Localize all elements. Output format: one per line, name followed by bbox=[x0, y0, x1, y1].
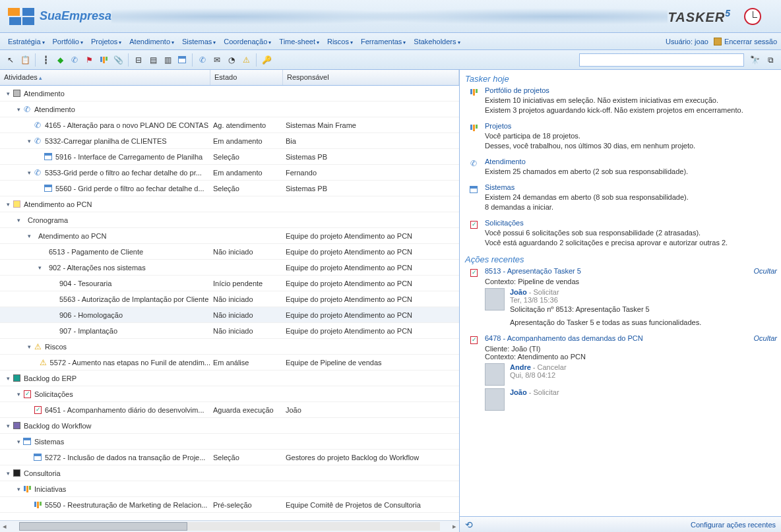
tree-row[interactable]: ▾Atendimento ao PCNEquipe do projeto Ate… bbox=[0, 228, 459, 244]
tree-icon[interactable]: ⊟ bbox=[132, 53, 145, 67]
expander-icon[interactable]: ▾ bbox=[4, 375, 12, 382]
tree-row[interactable]: ▾Atendimento ao PCN bbox=[0, 196, 459, 212]
calendar-icon[interactable] bbox=[175, 53, 189, 67]
tree-row[interactable]: 5550 - Reestruturação de Marketing de Re… bbox=[0, 497, 459, 513]
tree-row[interactable]: ▾Backlog do Workflow bbox=[0, 418, 459, 434]
tree-row[interactable]: ⚠5572 - Aumento nas etapas no Funil de a… bbox=[0, 355, 459, 370]
expander-icon[interactable]: ▾ bbox=[4, 90, 12, 97]
cursor-tool-icon[interactable]: ↖ bbox=[4, 53, 17, 67]
phone-icon[interactable]: ✆ bbox=[196, 53, 209, 67]
menu-projetos[interactable]: Projetos bbox=[87, 35, 125, 48]
expander-icon[interactable]: ▾ bbox=[15, 438, 22, 445]
tree-row[interactable]: ▾Solicitações bbox=[0, 386, 459, 402]
expander-icon[interactable]: ▾ bbox=[15, 391, 22, 398]
door-icon bbox=[714, 38, 722, 45]
col-responsible[interactable]: Responsável bbox=[283, 70, 459, 85]
tree-row[interactable]: ▾Iniciativas bbox=[0, 481, 459, 497]
expander-icon[interactable]: ▾ bbox=[36, 264, 44, 271]
tree-row[interactable]: 907 - ImplantaçãoNão iniciadoEquipe do p… bbox=[0, 323, 459, 339]
grid-body[interactable]: ▾Atendimento▾✆Atendimento✆4165 - Alteraç… bbox=[0, 86, 459, 520]
mail-icon[interactable]: ✉ bbox=[210, 53, 224, 67]
clip-icon[interactable]: 📎 bbox=[111, 53, 125, 67]
expander-icon[interactable]: ▾ bbox=[25, 343, 33, 350]
expander-icon[interactable]: ▾ bbox=[4, 470, 12, 477]
menu-riscos[interactable]: Riscos bbox=[323, 35, 357, 48]
expander-icon[interactable]: ▾ bbox=[4, 201, 12, 208]
tree-row[interactable]: 904 - TesourariaInício pendenteEquipe do… bbox=[0, 276, 459, 291]
dash-heading[interactable]: Portfólio de projetos bbox=[485, 86, 777, 94]
dash-text: Existem 25 chamados em aberto (2 sob sua… bbox=[485, 167, 777, 177]
tree-row[interactable]: ✆4165 - Alteração para o novo PLANO DE C… bbox=[0, 117, 459, 133]
entry-name[interactable]: João bbox=[510, 388, 527, 396]
tree-row[interactable]: ▾✆5332-Carregar planilha de CLIENTESEm a… bbox=[0, 133, 459, 149]
tree-row[interactable]: 5563 - Autorização de Implantação por Cl… bbox=[0, 291, 459, 307]
expander-icon[interactable]: ▾ bbox=[15, 106, 22, 113]
tree-row[interactable]: ▾Atendimento bbox=[0, 86, 459, 102]
tree-row[interactable]: ▾Backlog do ERP bbox=[0, 370, 459, 386]
hierarchy-icon[interactable]: ┇ bbox=[39, 53, 52, 67]
menu-coordenação[interactable]: Coordenação bbox=[220, 35, 275, 48]
dash-heading[interactable]: Projetos bbox=[485, 122, 777, 130]
expander-icon[interactable]: ▾ bbox=[15, 217, 22, 223]
tree-row[interactable]: 906 - HomologaçãoNão iniciadoEquipe do p… bbox=[0, 307, 459, 323]
warning-icon[interactable]: ⚠ bbox=[239, 53, 253, 67]
expander-icon[interactable]: ▾ bbox=[25, 169, 33, 176]
action-title[interactable]: 8513 - Apresentação Tasker 5 bbox=[485, 267, 581, 275]
row-state: Não iniciado bbox=[210, 248, 283, 256]
tree-row[interactable]: ▾Cronograma bbox=[0, 212, 459, 228]
tree-row[interactable]: ▾✆Atendimento bbox=[0, 102, 459, 117]
dash-heading[interactable]: Atendimento bbox=[485, 158, 777, 165]
chart-icon[interactable] bbox=[97, 53, 110, 67]
menu-sistemas[interactable]: Sistemas bbox=[178, 35, 220, 48]
search-input[interactable] bbox=[579, 53, 744, 67]
clipboard-icon[interactable]: 📋 bbox=[18, 53, 32, 67]
tree-row[interactable]: ▾Consultoria bbox=[0, 465, 459, 481]
row-state: Não iniciado bbox=[210, 327, 283, 335]
binoculars-icon[interactable]: 🔭 bbox=[748, 53, 761, 67]
configure-link[interactable]: Configurar ações recentes bbox=[691, 521, 776, 529]
horizontal-scrollbar[interactable]: ◂ ▸ bbox=[0, 520, 459, 532]
checklist-icon bbox=[469, 268, 478, 278]
dash-text: Existem 3 projetos aguardando kick-off. … bbox=[485, 105, 777, 115]
tree-row[interactable]: 5272 - Inclusão de dados na transação de… bbox=[0, 450, 459, 465]
tree-row[interactable]: 5560 - Grid perde o filtro ao fechar det… bbox=[0, 181, 459, 196]
menu-atendimento[interactable]: Atendimento bbox=[125, 35, 178, 48]
menu-time-sheet[interactable]: Time-sheet bbox=[275, 35, 323, 48]
expander-icon[interactable]: ▾ bbox=[4, 423, 12, 429]
tree-row[interactable]: ▾✆5353-Grid perde o filtro ao fechar det… bbox=[0, 165, 459, 181]
dash-heading[interactable]: Sistemas bbox=[485, 183, 777, 191]
menu-portfólio[interactable]: Portfólio bbox=[49, 35, 87, 48]
expander-icon[interactable]: ▾ bbox=[25, 138, 33, 144]
action-title[interactable]: 6478 - Acompanhamento das demandas do PC… bbox=[485, 334, 643, 342]
hide-link[interactable]: Ocultar bbox=[754, 267, 777, 275]
menu-stakeholders[interactable]: Stakeholders bbox=[410, 35, 464, 48]
add-green-icon[interactable]: ◆ bbox=[53, 53, 67, 67]
list-icon[interactable]: ▥ bbox=[161, 53, 174, 67]
tree-row[interactable]: ▾902 - Alterações nos sistemasEquipe do … bbox=[0, 260, 459, 276]
entry-name[interactable]: Andre bbox=[510, 363, 531, 371]
phone-add-icon[interactable]: ✆ bbox=[68, 53, 81, 67]
tree-row[interactable]: 5916 - Interface de Carregamento de Plan… bbox=[0, 149, 459, 165]
col-activities[interactable]: Atividades bbox=[0, 70, 210, 85]
expander-icon[interactable]: ▾ bbox=[25, 233, 33, 239]
tree-row[interactable]: ▾Sistemas bbox=[0, 434, 459, 450]
pie-icon[interactable]: ◔ bbox=[225, 53, 238, 67]
expander-icon[interactable]: ▾ bbox=[15, 486, 22, 492]
col-state[interactable]: Estado bbox=[210, 70, 283, 85]
clock-icon[interactable] bbox=[744, 8, 761, 25]
logout-link[interactable]: Encerrar sessão bbox=[714, 38, 777, 45]
flag-icon[interactable]: ⚑ bbox=[82, 53, 96, 67]
hide-link[interactable]: Ocultar bbox=[754, 334, 777, 342]
tree-row[interactable]: 6513 - Pagamento de ClienteNão iniciadoE… bbox=[0, 244, 459, 260]
entry-name[interactable]: João bbox=[510, 288, 527, 296]
menu-estratégia[interactable]: Estratégia bbox=[4, 35, 49, 48]
gantt-icon[interactable]: ▤ bbox=[146, 53, 160, 67]
tree-row[interactable]: ▾⚠Riscos bbox=[0, 339, 459, 355]
dash-heading[interactable]: Solicitações bbox=[485, 219, 777, 227]
copy-icon[interactable]: ⧉ bbox=[764, 53, 777, 67]
key-icon[interactable]: 🔑 bbox=[260, 53, 273, 67]
menu-ferramentas[interactable]: Ferramentas bbox=[357, 35, 410, 48]
bars-icon bbox=[469, 88, 478, 97]
tree-row[interactable]: 6451 - Acompanhamento diário do desenvol… bbox=[0, 402, 459, 418]
refresh-icon[interactable]: ⟲ bbox=[465, 519, 473, 530]
